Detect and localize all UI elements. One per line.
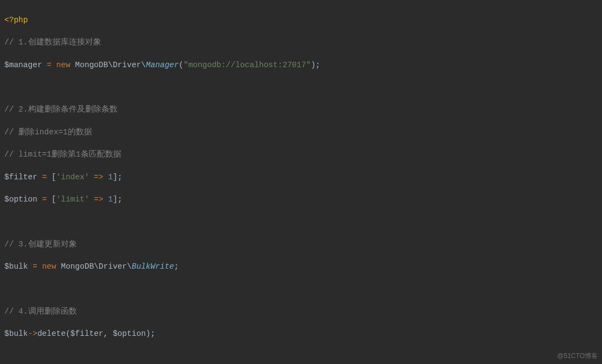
method: delete xyxy=(37,329,66,338)
variable: $manager xyxy=(4,61,42,69)
class-name: Manager xyxy=(146,61,179,69)
code-line: // 1.创建数据库连接对象 xyxy=(4,37,598,48)
number: 1 xyxy=(108,195,113,204)
php-open-tag: <?php xyxy=(4,16,28,24)
number: 1 xyxy=(108,173,113,181)
code-line: $filter = ['index' => 1]; xyxy=(4,172,598,183)
blank-line xyxy=(4,351,598,362)
code-line: // limit=1删除第1条匹配数据 xyxy=(4,149,598,160)
comment: // 3.创建更新对象 xyxy=(4,240,77,249)
keyword-new: new xyxy=(42,262,56,271)
code-line: // 删除index=1的数据 xyxy=(4,127,598,138)
code-line: // 4.调用删除函数 xyxy=(4,306,598,317)
code-line: $manager = new MongoDB\Driver\Manager("m… xyxy=(4,60,598,71)
string: 'limit' xyxy=(56,195,89,204)
variable: $filter xyxy=(4,173,37,181)
string: "mongodb://localhost:27017" xyxy=(184,61,311,69)
class-name: BulkWrite xyxy=(132,262,174,271)
variable: $bulk xyxy=(4,262,28,271)
blank-line xyxy=(4,216,598,227)
code-line: // 2.构建删除条件及删除条数 xyxy=(4,104,598,115)
code-line: // 3.创建更新对象 xyxy=(4,239,598,250)
code-line: $bulk->delete($filter, $option); xyxy=(4,328,598,340)
namespace: MongoDB\Driver\ xyxy=(61,262,132,271)
code-line: <?php xyxy=(4,15,598,26)
blank-line xyxy=(4,82,598,93)
code-line: $bulk = new MongoDB\Driver\BulkWrite; xyxy=(4,261,598,272)
string: 'index' xyxy=(56,173,89,181)
keyword-new: new xyxy=(56,61,70,69)
variable: $bulk xyxy=(4,329,28,338)
comment: // limit=1删除第1条匹配数据 xyxy=(4,150,121,159)
comment: // 删除index=1的数据 xyxy=(4,128,92,136)
code-editor[interactable]: <?php // 1.创建数据库连接对象 $manager = new Mong… xyxy=(0,0,602,364)
comment: // 4.调用删除函数 xyxy=(4,307,77,316)
comment: // 1.创建数据库连接对象 xyxy=(4,38,101,47)
watermark: @51CTO博客 xyxy=(557,350,598,362)
code-line: $option = ['limit' => 1]; xyxy=(4,194,598,205)
variable: $option xyxy=(4,195,37,204)
blank-line xyxy=(4,284,598,295)
operator: = xyxy=(47,61,51,69)
namespace: MongoDB\Driver\ xyxy=(75,61,146,69)
comment: // 2.构建删除条件及删除条数 xyxy=(4,105,118,114)
